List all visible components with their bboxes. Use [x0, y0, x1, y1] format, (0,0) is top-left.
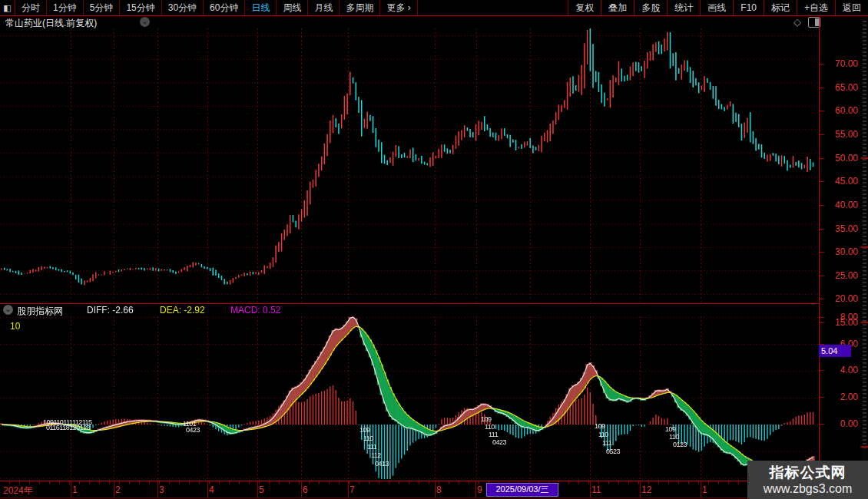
axis-tick [820, 88, 824, 88]
axis-tick [820, 252, 824, 253]
year-label: 2024年 [3, 484, 33, 497]
tool-button-返回[interactable]: 返回 [835, 0, 868, 15]
minor-ticks [0, 481, 819, 484]
tool-button-叠加[interactable]: 叠加 [601, 0, 634, 15]
period-button-更多 ›[interactable]: 更多 › [380, 0, 417, 15]
period-button-30分钟[interactable]: 30分钟 [162, 0, 204, 15]
month-label-1: 1 [702, 484, 707, 495]
month-divider [435, 481, 436, 498]
strip-divider [861, 322, 868, 323]
price-tick-label: 35.00 [823, 223, 858, 234]
price-tick-label: 50.00 [823, 153, 858, 164]
axis-tick [820, 424, 824, 425]
tool-buttons: 复权叠加多股统计画线F10标记+自选返回 [568, 0, 868, 15]
month-label-7: 7 [350, 484, 355, 495]
signal-date-label: 109 [481, 416, 492, 423]
price-tick-label: 40.00 [823, 200, 858, 210]
signal-date-label: 110 [598, 431, 608, 438]
candlestick-chart[interactable] [0, 28, 819, 302]
period-button-5分钟[interactable]: 5分钟 [84, 0, 121, 15]
axis-tick [820, 229, 824, 230]
indicator-tick-label: 0.00 [823, 418, 858, 429]
signal-date-label: 0423 [492, 439, 506, 446]
macd-value: MACD: 0.52 [230, 305, 280, 316]
indicator-parameter: 10 [10, 321, 20, 332]
watermark-title: 指标公式网 [770, 464, 846, 481]
axis-tick [820, 64, 824, 64]
price-tick-label: 25.00 [823, 270, 858, 281]
period-button-分时[interactable]: 分时 [15, 0, 47, 15]
month-divider [207, 481, 208, 498]
month-label-12: 12 [641, 484, 651, 495]
axis-tick [820, 276, 824, 276]
dea-value: DEA: -2.92 [160, 305, 205, 316]
signal-date-label: 0523 [606, 448, 620, 455]
signal-date-label: 109 [359, 427, 370, 434]
axis-tick [820, 397, 824, 398]
window-layout-icon[interactable]: ◧ [0, 0, 15, 15]
indicator-tick-label: 4.00 [823, 365, 858, 375]
indicator-value-badge: 5.04 [819, 345, 851, 357]
signal-date-label: 0413 [375, 461, 389, 468]
month-divider [114, 481, 114, 498]
period-toolbar: ◧ 分时1分钟5分钟15分钟30分钟60分钟日线周线月线多周期更多 › 复权叠加… [0, 0, 868, 16]
period-button-多周期[interactable]: 多周期 [340, 0, 380, 15]
indicator-header: ⌄ 股朋指标网 DIFF: -2.66 DEA: -2.92 MACD: 0.5… [0, 305, 814, 316]
period-button-周线[interactable]: 周线 [277, 0, 308, 15]
strip-divider [861, 246, 868, 248]
month-divider [590, 481, 591, 498]
period-button-15分钟[interactable]: 15分钟 [120, 0, 161, 15]
side-tab-strip[interactable] [861, 16, 868, 499]
tool-button-画线[interactable]: 画线 [700, 0, 733, 15]
month-label-11: 11 [591, 484, 601, 495]
tool-button-统计[interactable]: 统计 [667, 0, 700, 15]
month-label-1: 1 [72, 484, 78, 495]
month-divider [71, 481, 71, 498]
period-buttons: 分时1分钟5分钟15分钟30分钟60分钟日线周线月线多周期更多 › [15, 0, 418, 15]
signal-date-label: 109 [595, 423, 605, 430]
month-label-4: 4 [209, 484, 214, 495]
month-divider [348, 481, 349, 498]
selected-date-box: 2025/09/03/三 [486, 483, 558, 497]
diamond-icon[interactable]: ◇ [793, 16, 801, 28]
signal-date-label: 110 [669, 434, 679, 441]
month-divider [475, 481, 476, 498]
signal-date-label: 0423 [186, 427, 200, 434]
signal-date-label: 111 [489, 431, 498, 438]
signal-date-label: 111 [602, 440, 611, 447]
macd-indicator-chart[interactable] [0, 316, 819, 480]
month-label-9: 9 [477, 484, 482, 495]
tool-button-多股[interactable]: 多股 [634, 0, 667, 15]
chevron-down-icon[interactable]: ⌄ [3, 305, 13, 315]
price-tick-label: 70.00 [823, 58, 858, 69]
signal-date-label: 111 [367, 444, 376, 451]
period-button-60分钟[interactable]: 60分钟 [204, 0, 245, 15]
axis-tick [820, 134, 824, 135]
panel-separator [0, 303, 819, 304]
indicator-tick-label: 8.00 [823, 312, 858, 322]
signal-date-label: 112 [371, 452, 381, 459]
chevron-down-icon[interactable]: ⌄ [140, 17, 150, 27]
vertical-text-glyphs [863, 21, 866, 451]
tool-button-+自选[interactable]: +自选 [797, 0, 835, 15]
tool-button-F10[interactable]: F10 [733, 0, 764, 15]
axis-tick [820, 111, 824, 111]
strip-divider [861, 446, 868, 448]
month-divider [257, 481, 258, 498]
tool-button-复权[interactable]: 复权 [568, 0, 601, 15]
period-button-1分钟[interactable]: 1分钟 [47, 0, 84, 15]
trading-app-window: ◧ 分时1分钟5分钟15分钟30分钟60分钟日线周线月线多周期更多 › 复权叠加… [0, 0, 868, 499]
axis-tick [820, 370, 824, 371]
period-button-月线[interactable]: 月线 [308, 0, 340, 15]
month-divider [701, 481, 701, 498]
tool-button-标记[interactable]: 标记 [764, 0, 797, 15]
price-tick-label: 55.00 [823, 129, 858, 140]
price-tick-label: 45.00 [823, 176, 858, 187]
period-button-日线[interactable]: 日线 [245, 0, 277, 15]
indicator-name[interactable]: 股朋指标网 [17, 305, 63, 318]
date-axis: 2024年 2025/09/03/三 12345678911121 [0, 481, 860, 499]
month-divider [301, 481, 302, 498]
axis-tick [820, 317, 824, 318]
month-label-5: 5 [259, 484, 264, 495]
diff-value: DIFF: -2.66 [87, 305, 134, 316]
